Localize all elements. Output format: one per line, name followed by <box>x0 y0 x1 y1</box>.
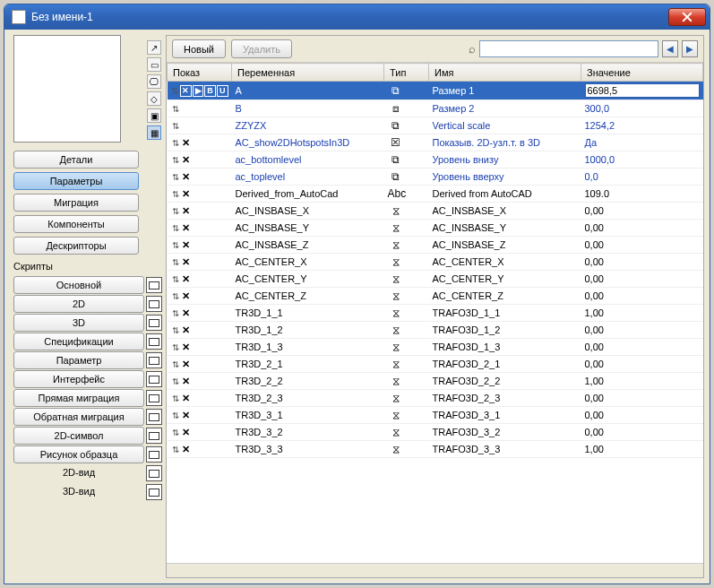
script-state-icon[interactable] <box>146 277 162 293</box>
hide-icon[interactable]: ✕ <box>181 137 192 149</box>
type-icon[interactable]: ⧖ <box>388 255 404 268</box>
type-icon[interactable]: Abc <box>388 187 404 200</box>
value-cell[interactable]: 0,00 <box>585 290 604 301</box>
script-view2d[interactable]: 2D-вид <box>13 464 144 482</box>
table-row[interactable]: ⇅✕AC_INSBASE_Y⧖AC_INSBASE_Y0,00 <box>168 220 703 237</box>
name-cell[interactable]: AC_CENTER_X <box>429 254 581 271</box>
hide-icon[interactable]: ✕ <box>181 307 192 319</box>
table-row[interactable]: ⇅✕TR3D_3_3⧖TRAFO3D_3_31,00 <box>168 441 703 458</box>
variable-cell[interactable]: TR3D_1_1 <box>232 305 384 322</box>
type-icon[interactable]: ⧖ <box>388 221 404 234</box>
hide-icon[interactable]: ✕ <box>181 393 192 404</box>
hide-icon[interactable]: ✕ <box>181 205 192 217</box>
type-icon[interactable]: ⧖ <box>388 426 404 438</box>
table-row[interactable]: ⇅✕AC_INSBASE_Z⧖AC_INSBASE_Z0,00 <box>168 237 703 254</box>
hide-icon[interactable]: ✕ <box>181 188 192 200</box>
hide-icon[interactable]: ✕ <box>181 290 192 302</box>
variable-cell[interactable]: ZZYZX <box>232 117 384 134</box>
name-cell[interactable]: Размер 1 <box>429 82 581 100</box>
next-button[interactable]: ▶ <box>682 40 698 57</box>
variable-cell[interactable]: TR3D_3_2 <box>232 424 384 441</box>
rewind-icon[interactable]: ▶ <box>193 85 204 97</box>
name-cell[interactable]: Уровень вверху <box>429 169 581 186</box>
table-row[interactable]: ⇅✕TR3D_3_1⧖TRAFO3D_3_10,00 <box>168 407 703 424</box>
name-cell[interactable]: TRAFO3D_2_2 <box>429 373 581 390</box>
value-cell[interactable]: 109.0 <box>585 188 610 199</box>
hide-icon[interactable]: ✕ <box>181 427 192 438</box>
tool-box-icon[interactable]: ▣ <box>147 108 161 123</box>
hide-icon[interactable]: ✕ <box>181 154 192 166</box>
hide-icon[interactable]: ✕ <box>181 171 192 183</box>
script-state-icon[interactable] <box>146 446 162 463</box>
script-state-icon[interactable] <box>146 428 162 444</box>
variable-cell[interactable]: AC_show2DHotspotsIn3D <box>232 134 384 151</box>
name-cell[interactable]: TRAFO3D_1_1 <box>429 305 581 322</box>
value-cell[interactable]: 0,00 <box>585 239 604 250</box>
script-state-icon[interactable] <box>146 484 162 500</box>
table-row[interactable]: ⇅✕TR3D_1_1⧖TRAFO3D_1_11,00 <box>168 305 703 322</box>
tool-arrow-icon[interactable]: ↗ <box>147 40 161 55</box>
table-row[interactable]: ⇅✕TR3D_2_1⧖TRAFO3D_2_10,00 <box>168 356 703 373</box>
type-icon[interactable]: ⧖ <box>388 272 404 285</box>
variable-cell[interactable]: AC_CENTER_Z <box>232 288 384 305</box>
hide-icon[interactable]: ✕ <box>181 256 192 268</box>
value-cell[interactable]: 300,0 <box>585 103 610 114</box>
table-row[interactable]: ⇅✕▶BUA⧉Размер 1 <box>168 82 703 100</box>
table-row[interactable]: ⇅✕AC_INSBASE_X⧖AC_INSBASE_X0,00 <box>168 203 703 220</box>
type-icon[interactable]: ⧖ <box>388 238 404 251</box>
table-row[interactable]: ⇅✕ac_bottomlevel⧉Уровень внизу1000,0 <box>168 151 703 169</box>
script-bmig[interactable]: Обратная миграция <box>13 408 144 426</box>
col-name[interactable]: Имя <box>429 64 581 82</box>
script-sample[interactable]: Рисунок образца <box>13 445 144 463</box>
type-icon[interactable]: ⧉ <box>388 119 404 132</box>
name-cell[interactable]: Размер 2 <box>429 100 581 117</box>
script-fmig[interactable]: Прямая миграция <box>13 389 144 407</box>
name-cell[interactable]: AC_INSBASE_Y <box>429 220 581 237</box>
variable-cell[interactable]: ac_toplevel <box>232 169 384 186</box>
value-cell[interactable]: 0,00 <box>585 222 604 233</box>
hide-icon[interactable]: ✕ <box>181 376 192 387</box>
new-button[interactable]: Новый <box>172 39 226 58</box>
value-cell[interactable]: 0,00 <box>585 393 604 403</box>
value-cell[interactable]: 0,00 <box>585 324 604 335</box>
close-button[interactable] <box>668 8 706 26</box>
table-row[interactable]: ⇅B⧈Размер 2300,0 <box>168 100 703 117</box>
type-icon[interactable]: ⧖ <box>388 290 404 302</box>
hide-icon[interactable]: ✕ <box>181 239 192 251</box>
script-state-icon[interactable] <box>146 371 162 387</box>
variable-cell[interactable]: Derived_from_AutoCad <box>232 186 384 203</box>
hide-icon[interactable]: ✕ <box>181 222 192 234</box>
hide-icon[interactable]: ✕ <box>181 444 192 455</box>
type-icon[interactable]: ⧈ <box>388 102 404 115</box>
value-cell[interactable]: Да <box>585 137 598 148</box>
table-row[interactable]: ⇅✕Derived_from_AutoCadAbcDerived from Au… <box>168 186 703 203</box>
type-icon[interactable]: ⧖ <box>388 307 404 319</box>
script-iface[interactable]: Интерфейс <box>13 370 144 388</box>
script-state-icon[interactable] <box>146 465 162 481</box>
variable-cell[interactable]: TR3D_2_2 <box>232 373 384 390</box>
script-main[interactable]: Основной <box>13 276 144 294</box>
table-row[interactable]: ⇅✕TR3D_3_2⧖TRAFO3D_3_20,00 <box>168 424 703 441</box>
name-cell[interactable]: TRAFO3D_2_3 <box>429 390 581 407</box>
name-cell[interactable]: TRAFO3D_3_2 <box>429 424 581 441</box>
name-cell[interactable]: TRAFO3D_3_3 <box>429 441 581 458</box>
tool-cube-icon[interactable]: ◇ <box>147 91 161 106</box>
value-cell[interactable]: 1,00 <box>585 376 604 386</box>
name-cell[interactable]: TRAFO3D_2_1 <box>429 356 581 373</box>
type-icon[interactable]: ⧖ <box>388 358 404 370</box>
name-cell[interactable]: TRAFO3D_3_1 <box>429 407 581 424</box>
type-icon[interactable]: ⧖ <box>388 443 404 455</box>
tool-screen-icon[interactable]: ▭ <box>147 57 161 72</box>
variable-cell[interactable]: TR3D_1_2 <box>232 322 384 339</box>
script-view3d[interactable]: 3D-вид <box>13 483 144 501</box>
variable-cell[interactable]: TR3D_1_3 <box>232 339 384 356</box>
table-row[interactable]: ⇅✕AC_show2DHotspotsIn3D☒Показыв. 2D-узл.… <box>168 134 703 151</box>
variable-cell[interactable]: AC_INSBASE_Y <box>232 220 384 237</box>
variable-cell[interactable]: B <box>232 100 384 117</box>
variable-cell[interactable]: AC_CENTER_X <box>232 254 384 271</box>
value-cell[interactable]: 0,00 <box>585 410 604 420</box>
x-icon[interactable]: ✕ <box>180 85 192 97</box>
nav-parameters[interactable]: Параметры <box>13 172 139 190</box>
type-icon[interactable]: ⧖ <box>388 409 404 421</box>
delete-button[interactable]: Удалить <box>231 39 292 58</box>
